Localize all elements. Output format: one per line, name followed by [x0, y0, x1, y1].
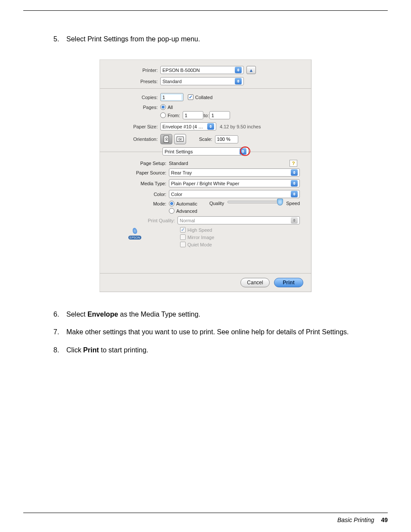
color-row: Color: Color: [126, 190, 300, 198]
from-label: From:: [168, 113, 180, 118]
triangle-up-icon: ▲: [249, 68, 254, 73]
paper-size-label: Paper Size:: [109, 124, 160, 129]
media-type-label: Media Type:: [126, 181, 169, 186]
to-label: to:: [203, 113, 209, 118]
mode-advanced-radio[interactable]: [169, 208, 174, 214]
quality-label: Quality: [209, 201, 224, 206]
step-text: Make other settings that you want to use…: [66, 327, 388, 337]
quiet-mode-row: Quiet Mode: [180, 242, 300, 247]
footer-rule: [23, 513, 388, 513]
page-setup-label: Page Setup:: [126, 161, 169, 166]
print-dialog: Printer: EPSON B-500DN ▲ Presets: Standa…: [100, 59, 311, 292]
mode-label: Mode:: [126, 201, 169, 206]
printer-row: Printer: EPSON B-500DN ▲: [109, 66, 302, 74]
step-6: 6. Select Envelope as the Media Type set…: [53, 309, 388, 319]
print-button[interactable]: Print: [274, 278, 303, 287]
paper-source-select[interactable]: Rear Tray: [169, 168, 300, 177]
orientation-label: Orientation:: [109, 137, 160, 142]
quiet-mode-label: Quiet Mode: [187, 242, 212, 247]
top-rule: [23, 10, 388, 11]
mode-row: Mode: Automatic Advanced: [126, 201, 300, 214]
cancel-button[interactable]: Cancel: [240, 278, 270, 287]
epson-logo-icon: EPSON: [126, 219, 144, 240]
updown-icon: [291, 191, 298, 197]
pages-all-row: Pages: All: [109, 104, 302, 110]
pages-all-radio[interactable]: [160, 104, 166, 110]
quality-speed-slider[interactable]: [227, 201, 283, 203]
slider-thumb-icon: [277, 199, 283, 205]
paper-size-select[interactable]: Envelope #10 (4 …: [160, 122, 216, 131]
quiet-mode-checkbox: [180, 242, 186, 247]
dialog-footer: Cancel Print: [100, 273, 311, 292]
portrait-page-icon: 웃: [164, 136, 169, 143]
scale-input[interactable]: [215, 135, 238, 143]
print-settings-panel: Page Setup: Standard ? Paper Source: Rea…: [109, 161, 302, 247]
footer-section: Basic Printing: [337, 516, 374, 523]
copies-input[interactable]: [160, 93, 184, 101]
high-speed-label: High Speed: [187, 227, 212, 233]
step-8: 8. Click Print to start printing.: [53, 345, 388, 355]
step-number: 5.: [53, 34, 66, 44]
divider: [100, 88, 311, 89]
step-text: Select Envelope as the Media Type settin…: [66, 309, 388, 319]
paper-source-label: Paper Source:: [126, 170, 169, 175]
updown-icon: [207, 123, 214, 130]
step-number: 7.: [53, 327, 66, 337]
section-menu-row: Print Settings: [109, 147, 302, 156]
advanced-label: Advanced: [176, 208, 197, 214]
pages-from-radio[interactable]: [160, 112, 166, 118]
paper-size-row: Paper Size: Envelope #10 (4 … 4.12 by 9.…: [109, 122, 302, 131]
color-label: Color:: [126, 192, 169, 197]
pages-range-row: From: to:: [109, 111, 302, 119]
color-select[interactable]: Color: [169, 190, 300, 198]
orientation-landscape-button[interactable]: 웃: [174, 134, 186, 144]
page-setup-value: Standard: [169, 161, 188, 166]
print-quality-select: Normal: [177, 216, 300, 224]
printer-select[interactable]: EPSON B-500DN: [160, 66, 244, 74]
automatic-label: Automatic: [176, 201, 197, 206]
speed-label: Speed: [286, 201, 300, 206]
paper-size-dimensions: 4.12 by 9.50 inches: [220, 124, 261, 129]
step-number: 6.: [53, 309, 66, 319]
printer-label: Printer:: [109, 68, 160, 73]
pages-label: Pages:: [109, 105, 160, 110]
print-quality-row: Print Quality: Normal: [145, 216, 300, 224]
help-icon[interactable]: ?: [290, 160, 297, 167]
collated-checkbox[interactable]: [188, 94, 193, 100]
footer-page-number: 49: [381, 516, 388, 523]
to-input[interactable]: [209, 111, 230, 119]
mirror-image-row: Mirror Image: [180, 234, 300, 240]
steps-list-cont: 6. Select Envelope as the Media Type set…: [23, 309, 388, 355]
section-menu-select[interactable]: Print Settings: [162, 147, 249, 156]
mirror-image-label: Mirror Image: [187, 235, 214, 240]
steps-list: 5. Select Print Settings from the pop-up…: [23, 34, 388, 44]
updown-icon: [291, 180, 298, 187]
step-text: Click Print to start printing.: [66, 345, 388, 355]
page-setup-row: Page Setup: Standard ?: [126, 161, 300, 166]
preview-toggle-button[interactable]: ▲: [246, 66, 256, 74]
print-quality-label: Print Quality:: [145, 218, 177, 223]
updown-icon: [291, 169, 298, 176]
quality-options-row: EPSON Print Quality: Normal: [126, 216, 300, 247]
copies-row: Copies: Collated: [109, 93, 302, 101]
mirror-image-checkbox: [180, 234, 186, 240]
presets-select[interactable]: Standard: [160, 77, 244, 85]
high-speed-row: High Speed: [180, 227, 300, 233]
mode-automatic-radio[interactable]: [169, 201, 174, 206]
page-footer: Basic Printing 49: [23, 513, 388, 523]
step-7: 7. Make other settings that you want to …: [53, 327, 388, 337]
copies-label: Copies:: [109, 95, 160, 100]
presets-label: Presets:: [109, 79, 160, 84]
scale-label: Scale:: [199, 137, 212, 142]
paper-source-row: Paper Source: Rear Tray: [126, 168, 300, 177]
step-5: 5. Select Print Settings from the pop-up…: [53, 34, 388, 44]
orientation-portrait-button[interactable]: 웃: [160, 134, 172, 144]
media-type-select[interactable]: Plain Paper / Bright White Paper: [169, 179, 300, 187]
step-text: Select Print Settings from the pop-up me…: [66, 34, 388, 44]
updown-icon: [235, 78, 242, 84]
updown-icon: [240, 148, 246, 155]
from-input[interactable]: [183, 111, 203, 119]
media-type-row: Media Type: Plain Paper / Bright White P…: [126, 179, 300, 187]
landscape-page-icon: 웃: [177, 137, 184, 142]
presets-row: Presets: Standard: [109, 77, 302, 85]
